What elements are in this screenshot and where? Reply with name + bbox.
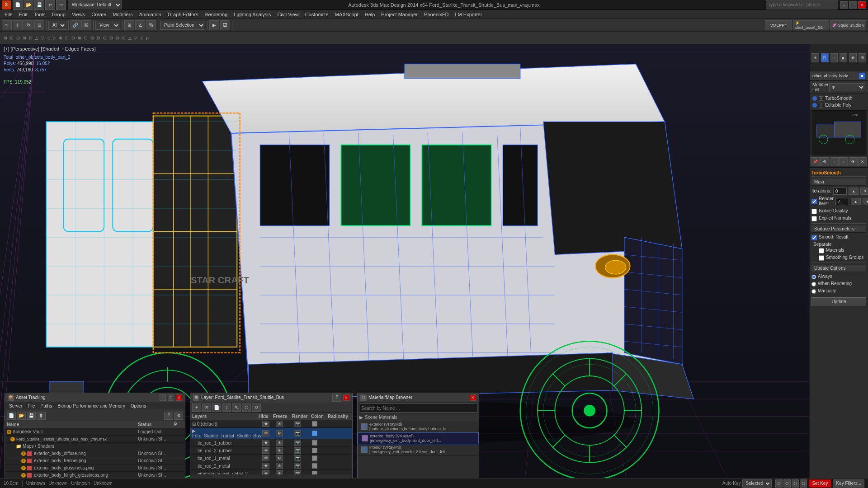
tb-select[interactable]: ↖ [2,20,12,30]
tb-snap-percent[interactable]: % [146,20,156,30]
workspace-dropdown[interactable]: Workspace: Default [68,0,122,9]
iterations-up[interactable]: ▲ [849,188,859,195]
tb-icon-10[interactable]: ⊞ [59,36,62,40]
select-filter-dropdown[interactable]: All [48,21,66,30]
menu-create[interactable]: Create [89,11,109,18]
update-rendering-radio[interactable] [811,282,816,286]
menu-help[interactable]: Help [362,11,378,18]
close-button[interactable]: ✕ [858,1,866,9]
tb-icon-5[interactable]: ⊡ [29,36,33,40]
update-always-radio[interactable] [811,275,816,279]
modifier-turbosmooth[interactable]: + TurboSmooth [811,95,867,102]
rp-display-btn[interactable]: 👁 [849,53,857,62]
tb-icon-13[interactable]: ⊞ [78,36,81,40]
rp-modify-btn[interactable]: ⊡ [821,53,829,62]
rp-pin-btn[interactable]: 📌 [811,157,820,166]
modifier-expand-btn[interactable]: + [819,103,823,108]
ts-update-header[interactable]: Update Options [811,265,866,272]
rp-motion-btn[interactable]: ▶ [840,53,847,62]
modifier-expand-btn[interactable]: + [819,96,823,101]
tb-icon-7[interactable]: ▽ [41,36,44,40]
layer-render-btn[interactable]: 📷 [294,447,301,454]
key-filters-button[interactable]: Key Filters... [833,479,864,488]
menu-customize[interactable]: Customize [302,11,331,18]
menu-group[interactable]: Group [49,11,68,18]
at-menu-server[interactable]: Server [7,403,24,409]
layer-render-btn[interactable]: 📷 [294,455,301,461]
table-row[interactable]: !exterior_body_glossiness.png Unknown St… [5,465,185,472]
menu-rendering[interactable]: Rendering [202,11,231,18]
lp-tb-add[interactable]: + [192,404,201,412]
tb-link[interactable]: 🔗 [71,20,80,30]
menu-animation[interactable]: Animation [137,11,164,18]
table-row[interactable]: VAutodesk Vault Logged Out [5,428,185,436]
layer-color-swatch[interactable] [312,431,317,436]
layer-freeze-btn[interactable]: ❄ [276,440,283,446]
render-iters-input[interactable] [835,198,849,205]
ts-main-header[interactable]: Main [811,178,866,186]
rp-delete-btn[interactable]: ✕ [858,157,867,166]
tb-icon-14[interactable]: ⊡ [84,36,88,40]
layer-row[interactable]: tie_rod_1_rubber 👁 ❄ 📷 [190,439,352,447]
menu-edit[interactable]: Edit [16,11,30,18]
quick-access-open[interactable]: 📂 [24,0,33,10]
tb-icon-11[interactable]: ⊡ [65,36,69,40]
tb-icon-4[interactable]: ⊞ [23,36,26,40]
tb-icon-18[interactable]: ⊞ [109,36,113,40]
explicit-normals-checkbox[interactable] [811,216,817,221]
rp-hierarchy-btn[interactable]: ↕ [830,53,838,62]
layer-render-btn[interactable]: 📷 [294,430,301,436]
quick-access-new[interactable]: 📄 [13,0,23,10]
isoline-checkbox[interactable] [811,209,817,214]
render-iters-up[interactable]: ▲ [851,198,861,205]
modifier-editable-poly[interactable]: + Editable Poly [811,102,867,108]
at-tb-help[interactable]: ? [164,412,173,420]
tb-icon-6[interactable]: △ [35,36,38,40]
object-name-color-btn[interactable]: ■ [859,73,865,79]
rp-show-btn[interactable]: 👁 [849,157,858,166]
tb-plugin1[interactable]: ⚡ stect_asset_24... [793,20,829,30]
modifier-list-dropdown[interactable]: ▼ [829,83,865,91]
layer-panel-close[interactable]: ✕ [343,394,349,401]
tb-icon-22[interactable]: ▽ [134,36,137,40]
layer-color-swatch[interactable] [312,448,317,453]
tb-icon-12[interactable]: ⊟ [71,36,75,40]
material-search-input[interactable] [359,404,477,413]
tb-snap-angle[interactable]: ∠ [135,20,145,30]
material-item[interactable]: exterior_body (VRayMtl) [emergency_exit_… [358,432,479,444]
lp-tb-refresh[interactable]: ↻ [252,404,261,412]
restore-button[interactable]: □ [849,1,857,9]
menu-lm-exporter[interactable]: LM Exporter [452,11,485,18]
at-tb-open[interactable]: 📂 [17,412,26,420]
menu-maxscript[interactable]: MAXScript [332,11,361,18]
layer-row[interactable]: tie_rod_1_metal 👁 ❄ 📷 [190,455,352,462]
material-item[interactable]: exterior (VRayMtl) [bottom_aluminum,bott… [358,421,479,432]
at-menu-options[interactable]: Options [128,403,148,409]
table-row[interactable]: 📁Maps / Shaders [5,443,185,450]
layer-color-swatch[interactable] [312,421,317,427]
selected-dropdown[interactable]: Selected [742,479,772,488]
material-item[interactable]: interior (VRayMtl) [emergency_exit_handl… [358,444,479,455]
layer-freeze-btn[interactable]: ❄ [276,470,283,474]
layer-row[interactable]: tie_rod_2_metal 👁 ❄ 📷 [190,462,352,470]
layer-color-swatch[interactable] [312,471,317,474]
viewport[interactable]: [+] [Perspective] [Shaded + Edged Faces]… [0,44,809,488]
tb-icon-16[interactable]: ⊡ [97,36,100,40]
menu-lighting[interactable]: Lighting Analysis [231,11,274,18]
layer-freeze-btn[interactable]: ❄ [276,421,283,427]
tb-icon-15[interactable]: ⊞ [90,36,94,40]
layer-hide-btn[interactable]: 👁 [262,430,269,436]
tb-unlink[interactable]: ⛓ [81,20,91,30]
layer-color-swatch[interactable] [312,463,317,469]
asset-tracking-minimize[interactable]: – [160,394,166,401]
tb-icon-24[interactable]: ▷ [146,36,149,40]
view-dropdown[interactable]: View [95,21,120,30]
quick-access-save[interactable]: 💾 [34,0,44,10]
iterations-down[interactable]: ▼ [860,188,868,195]
menu-graph-editors[interactable]: Graph Editors [165,11,201,18]
rp-down-btn[interactable]: ↓ [839,157,848,166]
menu-project-manager[interactable]: Project Manager [378,11,420,18]
tb-scale[interactable]: ⊡ [34,20,44,30]
table-row[interactable]: !exterior_body_fresnel.png Unknown St... [5,457,185,465]
update-manually-radio[interactable] [811,289,816,294]
